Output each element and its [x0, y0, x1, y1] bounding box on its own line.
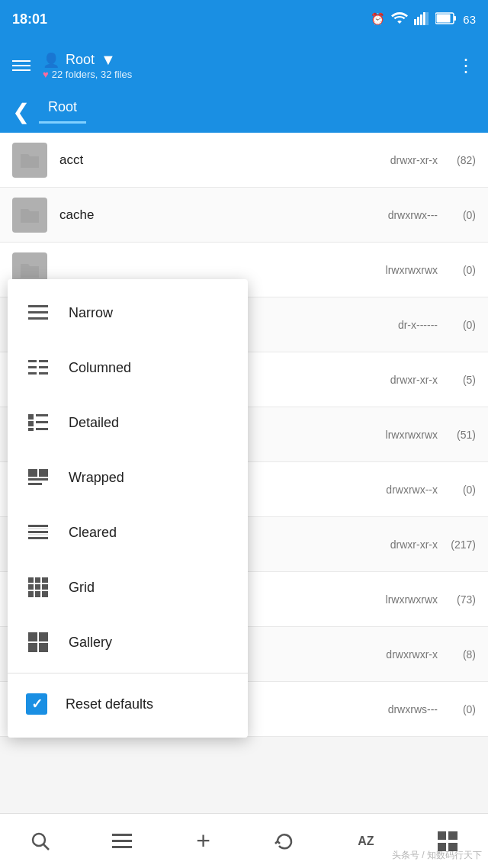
- svg-rect-51: [448, 831, 458, 840]
- file-count: (5): [438, 374, 476, 386]
- search-button[interactable]: [18, 818, 63, 864]
- grid-icon: [26, 575, 50, 600]
- alarm-icon: ⏰: [371, 12, 385, 26]
- svg-rect-24: [39, 469, 48, 477]
- svg-rect-23: [28, 469, 37, 477]
- file-count: (73): [438, 593, 476, 606]
- svg-rect-14: [39, 366, 48, 368]
- file-perms: drwxrws---: [346, 703, 438, 715]
- toolbar-subtitle: ♥ 22 folders, 32 files: [43, 69, 445, 80]
- svg-rect-4: [426, 12, 429, 25]
- toolbar-title: 👤 Root ▼: [43, 51, 445, 69]
- svg-rect-6: [454, 16, 456, 21]
- detailed-icon: [26, 410, 50, 435]
- battery-icon: [435, 12, 457, 27]
- context-menu: Narrow Columned: [8, 279, 248, 738]
- menu-item-detailed[interactable]: Detailed: [8, 395, 248, 450]
- file-perms: lrwxrwxrwx: [346, 593, 438, 606]
- svg-rect-11: [28, 360, 37, 362]
- back-chevron-icon[interactable]: ❮: [12, 99, 30, 124]
- svg-rect-50: [438, 831, 446, 840]
- svg-rect-41: [28, 632, 37, 641]
- menu-label: Narrow: [69, 305, 113, 321]
- svg-rect-27: [28, 525, 48, 527]
- narrow-icon: [26, 301, 50, 325]
- file-count: (0): [438, 319, 476, 331]
- svg-rect-32: [28, 577, 34, 583]
- menu-item-gallery[interactable]: Gallery: [8, 615, 248, 670]
- svg-rect-49: [112, 846, 132, 848]
- svg-rect-10: [28, 317, 48, 320]
- menu-label: Grid: [69, 580, 95, 596]
- svg-rect-26: [28, 483, 42, 485]
- svg-rect-36: [35, 584, 40, 590]
- more-options-icon[interactable]: ⋮: [457, 55, 476, 76]
- refresh-button[interactable]: [262, 818, 307, 864]
- dropdown-icon[interactable]: ▼: [101, 51, 116, 69]
- svg-rect-42: [39, 632, 48, 641]
- person-icon: 👤: [43, 52, 59, 69]
- file-count: (8): [438, 648, 476, 661]
- path-bar: ❮ Root: [0, 93, 488, 133]
- svg-rect-12: [39, 360, 48, 362]
- file-name: cache: [59, 207, 346, 223]
- svg-rect-0: [414, 19, 416, 25]
- menu-item-narrow[interactable]: Narrow: [8, 285, 248, 340]
- file-perms: drwxr-xr-x: [346, 538, 438, 551]
- wifi-icon: [391, 11, 408, 27]
- svg-rect-39: [35, 591, 40, 597]
- battery-text: 63: [463, 13, 476, 26]
- menu-label: Detailed: [69, 415, 119, 431]
- svg-rect-16: [39, 372, 48, 375]
- file-item-cache[interactable]: cache drwxrwx--- (0): [0, 188, 488, 243]
- menu-item-cleared[interactable]: Cleared: [8, 505, 248, 560]
- svg-rect-37: [42, 584, 48, 590]
- svg-rect-13: [28, 366, 37, 368]
- menu-item-wrapped[interactable]: Wrapped: [8, 450, 248, 505]
- cleared-icon: [26, 520, 50, 545]
- svg-rect-48: [112, 840, 132, 842]
- svg-rect-25: [28, 478, 48, 481]
- menu-item-grid[interactable]: Grid: [8, 560, 248, 615]
- signal-icon: [414, 11, 429, 27]
- sort-az-button[interactable]: AZ: [343, 818, 389, 864]
- menu-icon[interactable]: [12, 60, 30, 71]
- add-button[interactable]: +: [181, 818, 226, 864]
- svg-rect-38: [28, 591, 34, 597]
- reset-defaults-checkbox[interactable]: [26, 693, 47, 715]
- svg-rect-3: [423, 12, 425, 25]
- svg-rect-33: [35, 577, 40, 583]
- svg-rect-8: [28, 305, 48, 307]
- svg-rect-34: [42, 577, 48, 583]
- list-button[interactable]: [99, 818, 145, 864]
- menu-label: Wrapped: [69, 470, 124, 486]
- file-count: (217): [438, 538, 476, 551]
- menu-item-reset-defaults[interactable]: Reset defaults: [8, 677, 248, 731]
- file-name: acct: [59, 153, 346, 168]
- file-perms: drwxrwx--x: [346, 484, 438, 496]
- svg-rect-43: [28, 643, 37, 652]
- file-perms: drwxrwxr-x: [346, 648, 438, 661]
- svg-rect-2: [420, 14, 422, 25]
- path-tab[interactable]: Root: [39, 93, 86, 124]
- file-perms: lrwxrwxrwx: [346, 429, 438, 441]
- menu-divider: [8, 673, 248, 674]
- file-count: (51): [438, 429, 476, 441]
- svg-rect-22: [36, 428, 48, 430]
- menu-item-columned[interactable]: Columned: [8, 340, 248, 395]
- svg-rect-28: [28, 531, 48, 533]
- file-count: (0): [438, 209, 476, 221]
- svg-line-46: [43, 844, 49, 850]
- watermark: 头条号 / 知数码行天下: [392, 849, 482, 862]
- svg-rect-18: [36, 414, 48, 416]
- svg-rect-17: [28, 414, 34, 420]
- file-perms: drwxrwx---: [346, 209, 438, 221]
- file-item-acct[interactable]: acct drwxr-xr-x (82): [0, 133, 488, 188]
- svg-rect-20: [36, 421, 48, 423]
- svg-rect-35: [28, 584, 34, 590]
- toolbar: 👤 Root ▼ ♥ 22 folders, 32 files ⋮: [0, 38, 488, 93]
- wrapped-icon: [26, 465, 50, 490]
- menu-label: Columned: [69, 360, 131, 376]
- svg-rect-7: [437, 14, 451, 22]
- toolbar-info: 👤 Root ▼ ♥ 22 folders, 32 files: [43, 51, 445, 80]
